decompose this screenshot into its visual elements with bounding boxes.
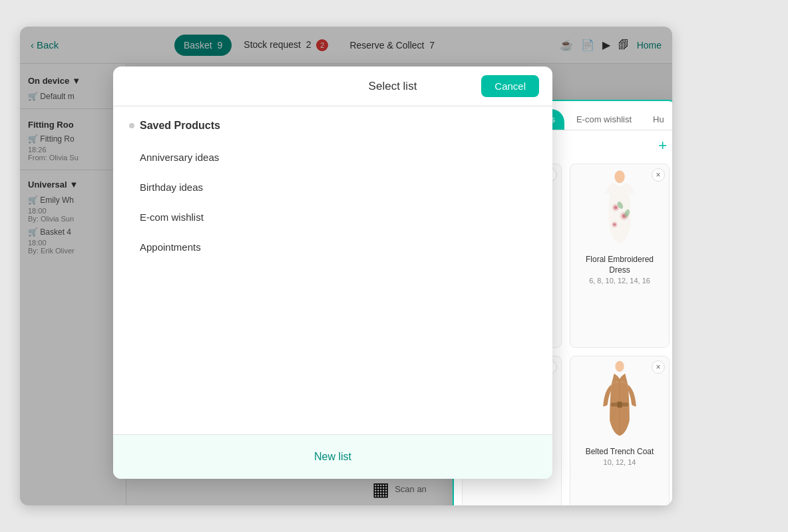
- modal-header: Select list Cancel: [113, 66, 552, 106]
- coat-sizes: 10, 12, 14: [576, 458, 664, 466]
- product-card-coat: ×: [570, 356, 670, 505]
- svg-point-11: [613, 223, 616, 226]
- floral-dress-info: Floral Embroidered Dress 6, 8, 10, 12, 1…: [570, 251, 669, 290]
- remove-coat-button[interactable]: ×: [652, 360, 665, 374]
- list-item-ecom[interactable]: E-com wishlist: [129, 202, 536, 232]
- app-background: ‹ Back Basket 9 Stock request 2 2 Reserv…: [20, 27, 672, 505]
- list-item-appointments[interactable]: Appointments: [129, 232, 536, 262]
- svg-point-5: [614, 170, 624, 183]
- cancel-button[interactable]: Cancel: [481, 75, 539, 97]
- new-list-button[interactable]: New list: [129, 446, 536, 468]
- saved-products-title: Saved Products: [129, 120, 536, 132]
- tab-hu[interactable]: Hu: [644, 109, 672, 130]
- add-product-button[interactable]: +: [658, 138, 667, 153]
- modal-footer: New list: [113, 434, 552, 479]
- select-list-modal: Select list Cancel Saved Products Annive…: [113, 66, 552, 479]
- svg-point-7: [614, 205, 617, 209]
- coat-name: Belted Trench Coat: [576, 447, 664, 458]
- remove-floral-dress-button[interactable]: ×: [652, 168, 665, 182]
- list-item-birthday[interactable]: Birthday ideas: [129, 172, 536, 202]
- list-item-anniversary[interactable]: Anniversary ideas: [129, 142, 536, 172]
- floral-dress-name: Floral Embroidered Dress: [576, 255, 664, 275]
- modal-body: Saved Products Anniversary ideas Birthda…: [113, 106, 552, 434]
- modal-title: Select list: [304, 80, 482, 93]
- floral-dress-sizes: 6, 8, 10, 12, 14, 16: [576, 277, 664, 285]
- coat-info: Belted Trench Coat 10, 12, 14: [570, 443, 669, 472]
- tab-ecom-wishlist[interactable]: E-com wishlist: [567, 109, 641, 130]
- svg-point-21: [615, 360, 624, 372]
- product-card-floral-dress: ×: [570, 164, 670, 348]
